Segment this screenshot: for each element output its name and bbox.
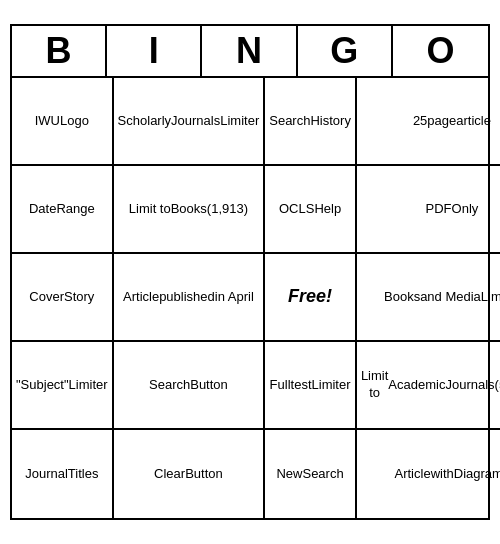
- bingo-cell-7: OCLSHelp: [265, 166, 357, 254]
- bingo-cell-13: Booksand MediaLimiter: [357, 254, 500, 342]
- bingo-cell-2: SearchHistory: [265, 78, 357, 166]
- header-letter-n: N: [202, 26, 297, 76]
- bingo-cell-21: ClearButton: [114, 430, 266, 518]
- bingo-card: BINGO IWULogoScholarlyJournalsLimiterSea…: [10, 24, 490, 520]
- bingo-grid: IWULogoScholarlyJournalsLimiterSearchHis…: [12, 78, 488, 518]
- bingo-cell-22: NewSearch: [265, 430, 357, 518]
- bingo-cell-0: IWULogo: [12, 78, 114, 166]
- bingo-cell-12: Free!: [265, 254, 357, 342]
- bingo-cell-10: CoverStory: [12, 254, 114, 342]
- bingo-cell-6: Limit toBooks(1,913): [114, 166, 266, 254]
- bingo-cell-8: PDFOnly: [357, 166, 500, 254]
- bingo-cell-15: "Subject"Limiter: [12, 342, 114, 430]
- header-letter-g: G: [298, 26, 393, 76]
- bingo-cell-17: FulltestLimiter: [265, 342, 357, 430]
- bingo-cell-18: Limit toAcademicJournals(55,850): [357, 342, 500, 430]
- bingo-cell-1: ScholarlyJournalsLimiter: [114, 78, 266, 166]
- header-letter-o: O: [393, 26, 488, 76]
- bingo-header: BINGO: [12, 26, 488, 78]
- bingo-cell-23: ArticlewithDiagrams: [357, 430, 500, 518]
- bingo-cell-20: JournalTitles: [12, 430, 114, 518]
- bingo-cell-16: SearchButton: [114, 342, 266, 430]
- header-letter-b: B: [12, 26, 107, 76]
- header-letter-i: I: [107, 26, 202, 76]
- bingo-cell-11: Articlepublishedin April: [114, 254, 266, 342]
- bingo-cell-5: DateRange: [12, 166, 114, 254]
- bingo-cell-3: 25pagearticle: [357, 78, 500, 166]
